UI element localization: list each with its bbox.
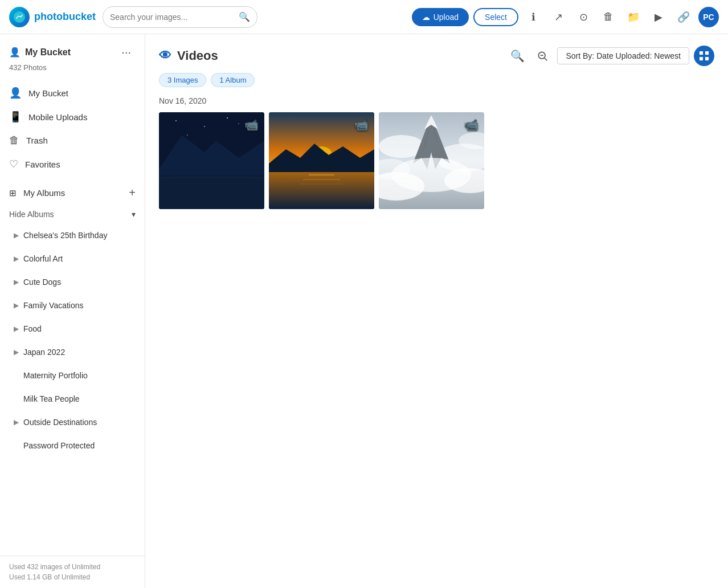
sidebar-item-trash[interactable]: 🗑 Trash — [0, 129, 145, 152]
zoom-out-button[interactable] — [532, 46, 553, 66]
photo-count: 432 Photos — [9, 63, 136, 72]
sidebar-top: 👤 My Bucket ··· 432 Photos — [0, 34, 145, 76]
share-button[interactable]: ↗ — [548, 7, 569, 27]
sidebar-item-label: My Bucket — [28, 88, 68, 98]
content-actions: 🔍 Sort By: Date Uploaded: Newest — [507, 46, 714, 66]
svg-point-13 — [187, 134, 188, 136]
section-title-text: Videos — [177, 48, 218, 63]
albums-label: My Albums — [23, 188, 65, 198]
logo-icon — [9, 7, 30, 27]
cloud-button[interactable]: ⊙ — [573, 7, 594, 27]
album-label: Milk Tea People — [23, 394, 80, 403]
sidebar-item-label: Favorites — [25, 160, 60, 169]
album-label: Family Vacations — [23, 301, 84, 310]
avatar[interactable]: PC — [698, 7, 719, 27]
link-button[interactable]: 🔗 — [673, 7, 694, 27]
search-button[interactable]: 🔍 — [239, 11, 250, 22]
add-album-button[interactable]: + — [129, 186, 136, 199]
sidebar-item-my-bucket[interactable]: 👤 My Bucket — [0, 81, 145, 105]
svg-rect-5 — [705, 51, 709, 55]
svg-rect-7 — [705, 57, 709, 60]
main-content: 👁 Videos 🔍 Sort By: Date Uploaded: Newes… — [145, 34, 728, 588]
sidebar-item-label: Trash — [26, 136, 48, 145]
chevron-right-icon: ▶ — [14, 255, 19, 263]
pills-row: 3 Images 1 Album — [159, 73, 714, 87]
play-button[interactable]: ▶ — [648, 7, 669, 27]
album-label: Maternity Portfolio — [23, 371, 88, 380]
chevron-down-icon: ▾ — [132, 210, 136, 219]
info-button[interactable]: ℹ — [523, 7, 543, 27]
chevron-right-icon: ▶ — [14, 348, 19, 356]
app-header: photobucket 🔍 ☁ Upload Select ℹ ↗ ⊙ 🗑 📁 … — [0, 0, 728, 34]
svg-point-0 — [14, 11, 25, 23]
sidebar-item-label: Mobile Uploads — [28, 112, 87, 122]
album-item-outside-destinations[interactable]: ▶ Outside Destinations ⋮ — [0, 410, 145, 434]
grid-view-button[interactable] — [694, 46, 714, 66]
album-item-password-protected[interactable]: ▶ Password Protected ⋮ — [0, 434, 145, 457]
zoom-in-button[interactable]: 🔍 — [507, 46, 527, 66]
delete-button[interactable]: 🗑 — [598, 7, 619, 27]
svg-rect-16 — [159, 175, 264, 209]
trash-icon: 🗑 — [9, 134, 19, 146]
upload-button[interactable]: ☁ Upload — [412, 8, 469, 26]
sort-button[interactable]: Sort By: Date Uploaded: Newest — [557, 47, 689, 64]
albums-header-left: ⊞ My Albums — [9, 188, 65, 198]
albums-header[interactable]: ⊞ My Albums + — [0, 181, 145, 205]
video-icon: 📹 — [464, 118, 478, 132]
photo-thumb-1[interactable]: 📹 — [159, 112, 264, 209]
folder-button[interactable]: 📁 — [623, 7, 644, 27]
hide-albums-label: Hide Albums — [9, 210, 54, 219]
storage-space-label: Used 1.14 GB of Unlimited — [9, 573, 136, 581]
svg-point-10 — [204, 126, 205, 127]
select-button[interactable]: Select — [473, 8, 518, 26]
photos-grid: 📹 — [159, 112, 714, 209]
album-label: Japan 2022 — [23, 348, 65, 357]
album-item-chelseas-25th[interactable]: ▶ Chelsea's 25th Birthday ⋮ — [0, 223, 145, 247]
mobile-icon: 📱 — [9, 111, 22, 123]
photo-thumb-3[interactable]: 📹 — [379, 112, 484, 209]
user-icon: 👤 — [9, 47, 21, 58]
heart-icon: ♡ — [9, 158, 18, 170]
user-row: 👤 My Bucket ··· — [9, 43, 136, 61]
chevron-right-icon: ▶ — [14, 278, 19, 286]
bucket-icon: 👤 — [9, 87, 22, 99]
sidebar-item-mobile-uploads[interactable]: 📱 Mobile Uploads — [0, 105, 145, 129]
album-item-colorful-art[interactable]: ▶ Colorful Art ⋮ — [0, 247, 145, 270]
storage-images-label: Used 432 images of Unlimited — [9, 563, 136, 571]
svg-rect-6 — [700, 57, 703, 60]
album-item-cute-dogs[interactable]: ▶ Cute Dogs ⋮ — [0, 270, 145, 293]
album-label: Password Protected — [23, 441, 95, 450]
photo-thumb-2[interactable]: 📹 — [269, 112, 374, 209]
upload-icon: ☁ — [422, 13, 430, 22]
album-item-food[interactable]: ▶ Food ⋮ — [0, 317, 145, 340]
hide-albums-toggle[interactable]: Hide Albums ▾ — [0, 205, 145, 223]
sidebar: 👤 My Bucket ··· 432 Photos 👤 My Bucket 📱… — [0, 34, 145, 588]
pill-images[interactable]: 3 Images — [159, 73, 206, 87]
section-title: 👁 Videos — [159, 48, 218, 63]
album-label: Colorful Art — [23, 254, 63, 263]
album-item-japan-2022[interactable]: ▶ Japan 2022 ⋮ — [0, 340, 145, 364]
logo-text: photobucket — [34, 11, 96, 23]
search-bar: 🔍 — [103, 6, 257, 28]
main-layout: 👤 My Bucket ··· 432 Photos 👤 My Bucket 📱… — [0, 34, 728, 588]
albums-section: Hide Albums ▾ ▶ Chelsea's 25th Birthday … — [0, 205, 145, 556]
user-name: 👤 My Bucket — [9, 47, 71, 58]
chevron-right-icon: ▶ — [14, 325, 19, 333]
user-menu-button[interactable]: ··· — [117, 43, 136, 61]
album-label: Outside Destinations — [23, 418, 97, 427]
chevron-right-icon: ▶ — [14, 301, 19, 309]
visibility-icon: 👁 — [159, 48, 171, 63]
album-label: Cute Dogs — [23, 277, 61, 287]
svg-point-14 — [238, 123, 239, 124]
svg-rect-4 — [700, 51, 703, 55]
chevron-right-icon: ▶ — [14, 231, 19, 239]
sidebar-item-favorites[interactable]: ♡ Favorites — [0, 152, 145, 176]
albums-icon: ⊞ — [9, 188, 17, 198]
upload-label: Upload — [433, 13, 459, 22]
album-item-family-vacations[interactable]: ▶ Family Vacations ⋮ — [0, 293, 145, 317]
album-item-milk-tea-people[interactable]: ▶ Milk Tea People ⋮ — [0, 387, 145, 410]
pill-album[interactable]: 1 Album — [211, 73, 255, 87]
album-item-maternity-portfolio[interactable]: ▶ Maternity Portfolio ⋮ — [0, 364, 145, 387]
search-input[interactable] — [110, 13, 239, 22]
logo[interactable]: photobucket — [9, 7, 96, 27]
